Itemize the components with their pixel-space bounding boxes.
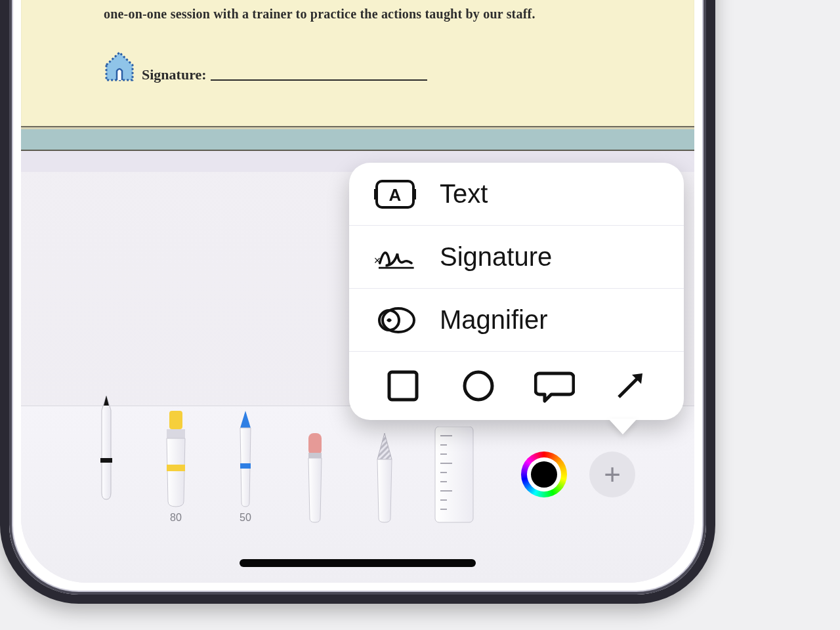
screen: one-on-one session with a trainer to pra…: [21, 0, 694, 583]
shape-square-button[interactable]: [379, 362, 427, 410]
svg-rect-6: [308, 453, 322, 458]
tool-row: 80 50: [87, 411, 474, 524]
svg-rect-5: [308, 433, 322, 455]
document-page[interactable]: one-on-one session with a trainer to pra…: [21, 0, 694, 127]
shape-circle-button[interactable]: [454, 362, 503, 410]
document-footer-band: [21, 127, 694, 151]
svg-rect-4: [240, 463, 251, 469]
shape-speech-bubble-button[interactable]: [530, 362, 579, 410]
current-color-swatch: [531, 461, 557, 488]
popover-item-signature[interactable]: × Signature: [349, 226, 684, 289]
pen-tool[interactable]: [87, 396, 126, 504]
document-body-text: one-on-one session with a trainer to pra…: [104, 7, 536, 22]
home-indicator[interactable]: [240, 559, 476, 567]
device-frame: one-on-one session with a trainer to pra…: [0, 0, 715, 604]
plus-icon: +: [604, 460, 621, 489]
signature-icon: ×: [373, 242, 417, 273]
pencil-tool[interactable]: 50: [226, 411, 265, 524]
highlighter-size-label: 80: [170, 512, 182, 524]
popover-item-label: Text: [440, 179, 488, 209]
magnifier-icon: [373, 304, 417, 336]
add-annotation-button[interactable]: +: [589, 452, 635, 497]
ruler-tool[interactable]: [434, 427, 474, 524]
popover-item-label: Signature: [440, 242, 552, 272]
text-box-icon: A: [373, 177, 417, 211]
highlighter-tool[interactable]: 80: [156, 411, 196, 524]
svg-rect-27: [389, 372, 417, 400]
popover-item-text[interactable]: A Text: [349, 163, 684, 226]
svg-rect-9: [435, 427, 473, 522]
markup-toolbar: 80 50: [21, 406, 694, 583]
signature-label: Signature:: [142, 66, 207, 83]
shape-arrow-button[interactable]: [606, 362, 654, 410]
svg-rect-0: [100, 458, 112, 463]
popover-shapes-row: [349, 352, 684, 420]
svg-point-28: [465, 372, 492, 400]
popover-item-magnifier[interactable]: Magnifier: [349, 289, 684, 352]
eraser-tool[interactable]: [295, 433, 335, 524]
svg-rect-2: [167, 429, 185, 438]
toolbar-right-controls: +: [521, 452, 635, 497]
svg-rect-3: [167, 465, 185, 471]
signature-row: Signature:: [104, 47, 427, 83]
home-icon: [104, 47, 135, 83]
color-picker-button[interactable]: [521, 452, 567, 497]
signature-line[interactable]: [211, 79, 427, 81]
lasso-tool[interactable]: [365, 433, 404, 524]
svg-text:A: A: [389, 185, 402, 205]
pencil-size-label: 50: [240, 512, 251, 524]
svg-rect-1: [169, 411, 182, 429]
add-annotation-popover: A Text × Signature: [349, 163, 684, 420]
popover-item-label: Magnifier: [440, 305, 548, 335]
